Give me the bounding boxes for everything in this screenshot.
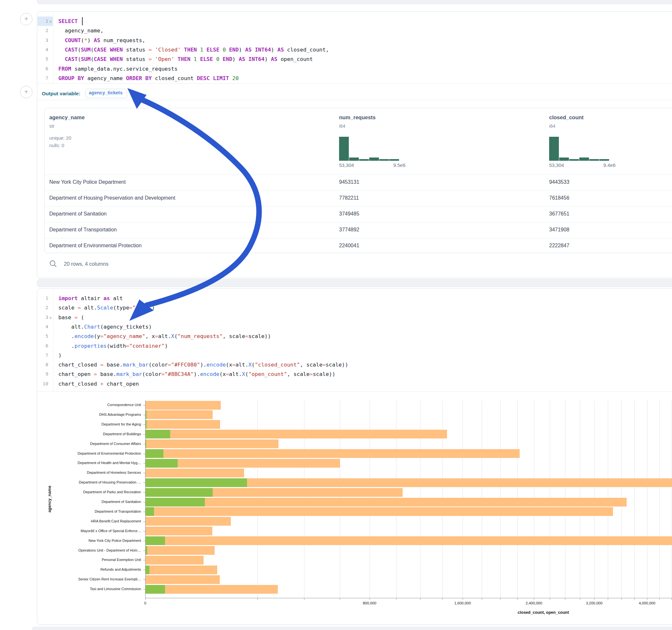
y-axis-label: HRA Benefit Card Replacement (37, 519, 141, 523)
bar-open-count (146, 488, 213, 497)
y-axis-label: Department of Environmental Protection (37, 452, 141, 455)
x-tick (340, 598, 340, 600)
bar-open-count (146, 459, 178, 468)
python-editor[interactable]: 1import altair as alt2scale = alt.Scale(… (37, 289, 672, 391)
code-line: import altair as alt (58, 294, 123, 303)
bar-open-count (146, 536, 165, 545)
y-axis-label: Department of Parks and Recreation (37, 490, 141, 494)
x-tick (608, 598, 608, 600)
x-tick (369, 598, 370, 600)
bar-closed-count (146, 420, 220, 429)
bar-closed-count (146, 575, 220, 584)
x-tick-label: 0 (144, 601, 146, 605)
histogram-bar (599, 159, 609, 161)
table-row: Department of Transportation377489234719… (45, 222, 672, 238)
line-number: 9 (37, 369, 48, 379)
histogram-bar (569, 159, 579, 161)
output-variable-input[interactable]: agency_tickets (86, 89, 127, 98)
notebook-page: + + 1∨SELECT 2 agency_name,3 COUNT(*) AS… (0, 0, 672, 630)
gridline (647, 400, 647, 598)
code-line: SELECT (58, 17, 81, 26)
line-number: 7 (37, 74, 48, 83)
histogram-min-label: 53,304 (339, 162, 354, 168)
output-variable-value: agency_tickets (86, 89, 127, 95)
code-line: agency_name, (58, 26, 103, 35)
add-cell-button-output[interactable]: + (20, 86, 32, 98)
bar-open-count (146, 498, 205, 507)
y-axis-label: Operations Unit - Department of Hom… (37, 548, 141, 552)
column-stat: unique: 20 (49, 136, 71, 141)
x-tick (145, 598, 146, 600)
gridline (659, 400, 660, 598)
y-axis-line (145, 400, 146, 598)
x-tick (550, 598, 550, 600)
x-tick (442, 598, 442, 600)
code-line: .properties(width="container") (58, 341, 168, 350)
y-axis-label: Department for the Aging (37, 422, 141, 426)
line-number: 6 (37, 64, 48, 74)
text-cursor (82, 17, 83, 25)
y-axis-label: New York City Police Department (37, 539, 141, 542)
bar-closed-count (146, 439, 279, 448)
table-row: New York City Police Department945313194… (45, 175, 672, 191)
x-tick-label: 2,400,000 (526, 601, 542, 605)
y-axis-title: agency_name (47, 486, 52, 513)
cell-value: 2222847 (549, 243, 569, 248)
table-row: Department of Environmental Protection22… (45, 238, 672, 253)
y-axis-label: Department of Consumer Affairs (37, 442, 141, 445)
y-axis-label: Department of Health and Mental Hyg… (37, 461, 141, 465)
fold-chevron-icon[interactable]: ∨ (49, 17, 52, 26)
cell-value: 2240041 (339, 243, 359, 248)
y-axis-label: Department of Homeless Services (37, 470, 141, 475)
histogram-bar (339, 137, 349, 161)
sql-editor[interactable]: 1∨SELECT 2 agency_name,3 COUNT(*) AS num… (37, 12, 672, 83)
y-axis-label: Refunds and Adjustments (37, 567, 141, 571)
python-gutter-divider (53, 289, 53, 391)
column-type: i64 (549, 123, 555, 129)
code-line: scale = alt.Scale(type="sqrt") (58, 303, 155, 312)
cell-divider (37, 279, 672, 287)
output-variable-label: Output variable: (42, 91, 80, 97)
cell-value: 7782211 (339, 195, 359, 201)
sql-cell-bottom-border (37, 83, 672, 83)
column-type: str (49, 123, 54, 129)
line-number: 2 (37, 303, 48, 312)
x-tick (518, 598, 518, 600)
bar-closed-count (146, 468, 244, 477)
search-icon[interactable] (49, 260, 57, 268)
bar-closed-count (146, 527, 212, 535)
line-number: 4 (37, 322, 48, 332)
previous-cell-edge (37, 0, 672, 4)
bar-open-count (146, 410, 146, 419)
cell-value: 9453131 (339, 179, 359, 185)
bar-open-count (146, 420, 146, 429)
fold-chevron-icon[interactable]: ∨ (49, 313, 52, 322)
bar-open-count (146, 439, 146, 448)
bar-closed-count (146, 430, 447, 438)
column-stat: nulls: 0 (49, 143, 64, 148)
line-number: 7 (37, 350, 48, 360)
code-line: ) (58, 350, 62, 360)
line-number: 5 (37, 54, 48, 64)
code-line: CAST(SUM(CASE WHEN status = 'Open' THEN … (58, 54, 313, 64)
code-line: CAST(SUM(CASE WHEN status = 'Closed' THE… (58, 45, 329, 54)
bar-open-count (146, 546, 147, 555)
bar-open-count (146, 430, 170, 438)
x-tick (482, 598, 482, 600)
cell-agency-name: Department of Housing Preservation and D… (49, 195, 175, 201)
histogram-max-label: 9.5e6 (393, 162, 406, 168)
line-number: 2 (37, 26, 48, 35)
x-tick-label: 4,000,000 (639, 601, 655, 605)
y-axis-label: Department of Sanitation (37, 500, 141, 504)
line-number: 3 (37, 35, 48, 45)
sql-cell: 1∨SELECT 2 agency_name,3 COUNT(*) AS num… (37, 11, 672, 278)
x-tick (580, 598, 580, 600)
bar-open-count (146, 478, 247, 487)
code-line: COUNT(*) AS num_requests, (58, 35, 145, 45)
bar-open-count (146, 507, 154, 516)
y-axis-label: Mayorâ€ s Office of Special Enforce… (37, 529, 141, 533)
add-cell-button-top[interactable]: + (20, 13, 32, 25)
code-line: .encode(y="agency_name", x=alt.X("num_re… (58, 332, 271, 341)
line-number: 5 (37, 332, 48, 341)
cell-agency-name: New York City Police Department (49, 179, 126, 185)
